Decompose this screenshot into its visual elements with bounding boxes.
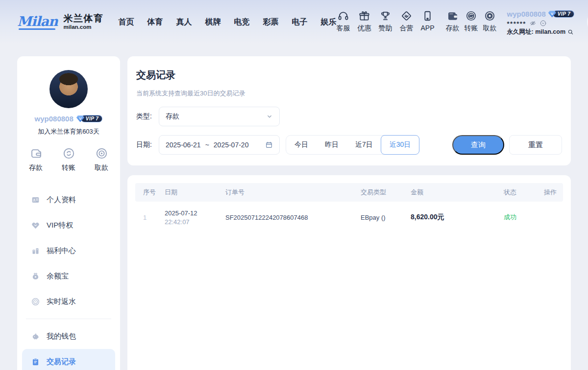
col-header-date: 日期 <box>157 188 218 197</box>
sidebar-item-label: 实时返水 <box>47 297 76 306</box>
brand-script-logo: Milan <box>17 15 59 30</box>
promotions-label: 优惠 <box>358 24 371 33</box>
nav-item-esports[interactable]: 电竞 <box>234 17 250 27</box>
date-range-input[interactable]: 2025-06-21 ~ 2025-07-20 <box>159 135 280 155</box>
sidebar-item-profile[interactable]: 个人资料 <box>17 187 120 212</box>
nav-item-slots[interactable]: 电子 <box>292 17 308 27</box>
deposit-label: 存款 <box>446 24 460 33</box>
sidebar-item-label: VIP特权 <box>47 221 73 230</box>
sidebar-vip-level-label: VIP 7 <box>81 115 103 122</box>
sidebar-item-welfare[interactable]: 福利中心 <box>17 238 120 263</box>
cell-status: 成功 <box>496 213 536 222</box>
query-button[interactable]: 查询 <box>452 135 504 155</box>
sidebar-item-label: 福利中心 <box>47 246 76 255</box>
sidebar-item-wallet[interactable]: 我的钱包 <box>17 324 120 349</box>
username[interactable]: wyp080808 <box>507 10 546 18</box>
deposit-button[interactable]: 存款 <box>446 10 460 33</box>
brand-name: 米兰体育 <box>64 14 104 24</box>
cell-order-number: SF202507122242078607468 <box>218 214 353 221</box>
sidebar-item-transactions[interactable]: 交易记录 <box>22 349 115 370</box>
membership-days-text: 加入米兰体育第603天 <box>17 127 120 136</box>
transfer-button[interactable]: 转账 <box>465 10 478 33</box>
date-label: 日期: <box>136 140 159 149</box>
phone-icon <box>421 10 434 22</box>
cell-index: 1 <box>135 214 157 221</box>
sidebar-transfer-button[interactable]: 转账 <box>62 147 75 172</box>
welfare-icon <box>31 246 40 255</box>
transfer-filled-icon <box>465 10 477 22</box>
top-navbar: Milan 米兰体育 milan.com 首页 体育 真人 棋牌 电竞 彩票 电… <box>0 0 588 44</box>
quick-range-group: 今日 昨日 近7日 近30日 <box>286 135 419 155</box>
sidebar-item-rebate[interactable]: 实时返水 <box>17 289 120 314</box>
range-30days-button[interactable]: 近30日 <box>381 135 420 155</box>
nav-item-live-casino[interactable]: 真人 <box>176 17 192 27</box>
type-select[interactable]: 存款 <box>159 107 280 126</box>
brand-logo[interactable]: Milan 米兰体育 milan.com <box>17 14 104 30</box>
app-download-button[interactable]: APP <box>421 10 435 32</box>
cell-date-value: 2025-07-12 <box>165 209 218 217</box>
transfer-label: 转账 <box>465 24 478 33</box>
nav-item-entertainment[interactable]: 娱乐 <box>321 17 337 27</box>
sidebar-avatar <box>49 70 88 108</box>
reset-button[interactable]: 重置 <box>509 135 562 155</box>
money-bag-icon <box>31 272 40 281</box>
cell-date: 2025-07-12 22:42:07 <box>157 209 218 226</box>
nav-item-lottery[interactable]: 彩票 <box>263 17 279 27</box>
chevron-down-icon <box>266 113 273 120</box>
piggy-wallet-icon <box>31 332 40 341</box>
rebate-icon <box>31 297 40 306</box>
sponsor-button[interactable]: 赞助 <box>379 10 392 33</box>
partner-button[interactable]: 合营 <box>400 10 414 33</box>
type-select-value: 存款 <box>166 112 179 121</box>
sidebar-deposit-button[interactable]: 存款 <box>29 147 43 172</box>
sidebar-withdraw-label: 取款 <box>95 163 108 172</box>
col-header-amount: 金额 <box>403 188 496 197</box>
trophy-icon <box>379 10 392 22</box>
cell-transaction-type: EBpay () <box>353 214 403 221</box>
col-header-type: 交易类型 <box>353 188 403 197</box>
table-row: 1 2025-07-12 22:42:07 SF2025071222420786… <box>135 202 563 233</box>
range-yesterday-button[interactable]: 昨日 <box>317 136 347 154</box>
sidebar-item-vip[interactable]: VIP特权 <box>17 212 120 238</box>
gift-icon <box>358 10 370 22</box>
sidebar-withdraw-button[interactable]: 取款 <box>95 147 108 172</box>
search-icon[interactable] <box>567 29 574 35</box>
date-separator: ~ <box>205 141 209 149</box>
user-info-block: wyp080808 V VIP 7 ****** 永久网址: milan.com <box>507 10 580 36</box>
cell-amount: 8,620.00元 <box>403 213 496 222</box>
withdraw-outline-icon <box>95 147 108 160</box>
eye-off-icon[interactable] <box>529 20 537 27</box>
transfer-outline-icon <box>62 147 75 160</box>
table-header-row: 序号 日期 订单号 交易类型 金额 状态 操作 <box>135 183 563 202</box>
sidebar-vip-badge[interactable]: V VIP 7 <box>76 115 103 122</box>
page-subtitle: 当前系统支持查询最近30日的交易记录 <box>136 89 562 98</box>
partner-label: 合营 <box>400 24 414 33</box>
refresh-circle-icon[interactable] <box>539 20 547 27</box>
col-header-actions: 操作 <box>536 188 563 197</box>
wallet-filled-icon <box>446 10 459 22</box>
nav-item-sports[interactable]: 体育 <box>147 17 163 27</box>
col-header-status: 状态 <box>496 188 536 197</box>
sidebar-item-label: 余额宝 <box>47 272 69 281</box>
sidebar-username: wyp080808 <box>35 115 74 123</box>
main-nav: 首页 体育 真人 棋牌 电竞 彩票 电子 娱乐 <box>119 17 337 27</box>
support-button[interactable]: 客服 <box>337 10 350 33</box>
vip-badge[interactable]: V VIP 7 <box>548 10 575 18</box>
sidebar-item-yuebao[interactable]: 余额宝 <box>17 263 120 289</box>
calendar-icon <box>265 141 273 149</box>
clipboard-icon <box>31 357 40 367</box>
nav-item-chess[interactable]: 棋牌 <box>205 17 221 27</box>
range-7days-button[interactable]: 近7日 <box>347 136 381 154</box>
filter-panel: 交易记录 当前系统支持查询最近30日的交易记录 类型: 存款 日期: 2025-… <box>127 56 571 165</box>
nav-item-home[interactable]: 首页 <box>119 17 134 27</box>
sidebar-item-label: 我的钱包 <box>47 332 76 341</box>
sidebar-item-label: 个人资料 <box>47 195 76 205</box>
sidebar-deposit-label: 存款 <box>29 163 43 172</box>
id-card-icon <box>31 195 40 205</box>
withdraw-label: 取款 <box>483 24 497 33</box>
promotions-button[interactable]: 优惠 <box>358 10 371 33</box>
withdraw-button[interactable]: 取款 <box>483 10 497 33</box>
page-title: 交易记录 <box>136 69 562 82</box>
date-start-value: 2025-06-21 <box>166 141 201 149</box>
range-today-button[interactable]: 今日 <box>286 136 317 154</box>
